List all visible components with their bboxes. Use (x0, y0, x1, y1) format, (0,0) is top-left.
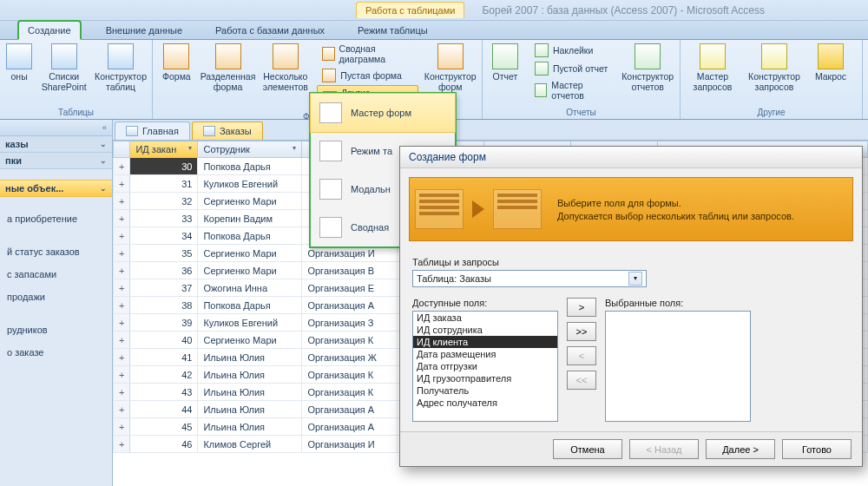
cell-org[interactable]: Организация А (302, 297, 398, 314)
list-item[interactable]: Получатель (413, 384, 557, 397)
cell-org[interactable]: Организация В (302, 262, 398, 279)
finish-button[interactable]: Готово (782, 439, 852, 459)
tab-external-data[interactable]: Внешние данные (97, 22, 191, 39)
column-employee[interactable]: Сотрудник▾ (198, 141, 302, 158)
expand-icon[interactable]: + (114, 193, 130, 210)
expand-icon[interactable]: + (114, 245, 130, 262)
list-item[interactable]: ИД заказа (413, 312, 557, 324)
cell-id[interactable]: 37 (130, 279, 198, 297)
report-design-button[interactable]: Конструктор отчетов (621, 42, 674, 102)
nav-group-orders[interactable]: казы⌄ (0, 136, 112, 153)
remove-all-button[interactable]: << (567, 371, 596, 390)
cell-id[interactable]: 41 (130, 349, 198, 366)
cell-org[interactable]: Организация К (302, 384, 398, 401)
remove-button[interactable]: < (567, 346, 596, 365)
cell-employee[interactable]: Куликов Евгений (198, 314, 302, 332)
available-fields-listbox[interactable]: ИД заказаИД сотрудникаИД клиентаДата раз… (412, 311, 558, 422)
nav-item[interactable]: а приобретение (0, 207, 112, 230)
selected-fields-listbox[interactable] (605, 311, 751, 422)
add-button[interactable]: > (567, 298, 596, 317)
split-form-button[interactable]: Разделенная форма (201, 42, 256, 111)
cell-employee[interactable]: Ильина Юлия (198, 384, 302, 401)
column-id[interactable]: ИД закан▾ (130, 141, 198, 158)
cell-id[interactable]: 44 (130, 401, 198, 418)
dropdown-icon[interactable]: ▾ (188, 144, 192, 152)
cell-id[interactable]: 31 (130, 175, 198, 193)
tab-create[interactable]: Создание (17, 20, 82, 40)
tables-combo[interactable]: Таблица: Заказы ▾ (412, 270, 647, 287)
expand-icon[interactable]: + (114, 366, 130, 384)
nav-group-purchases[interactable]: пки⌄ (0, 153, 112, 169)
cell-employee[interactable]: Ильина Юлия (198, 349, 302, 366)
cell-id[interactable]: 46 (130, 436, 198, 453)
nav-group-objects[interactable]: ные объек...⌄ (0, 180, 112, 197)
cancel-button[interactable]: Отмена (553, 439, 622, 459)
nav-item[interactable]: с запасами (0, 263, 112, 286)
nav-item[interactable]: рудников (0, 319, 112, 341)
cell-employee[interactable]: Сергиенко Мари (198, 245, 302, 262)
report-wizard-item[interactable]: Мастер отчетов (529, 78, 615, 102)
table-design-button[interactable]: Конструктор таблиц (95, 42, 147, 94)
cell-employee[interactable]: Попкова Дарья (198, 227, 302, 245)
cell-employee[interactable]: Сергиенко Мари (198, 332, 302, 349)
macro-button[interactable]: Макрос (809, 42, 852, 94)
expand-icon[interactable]: + (114, 314, 130, 332)
list-item[interactable]: Дата размещения (413, 348, 557, 360)
expand-icon[interactable]: + (114, 227, 130, 245)
cell-employee[interactable]: Сергиенко Мари (198, 193, 302, 210)
cell-id[interactable]: 39 (130, 314, 198, 332)
expand-icon[interactable]: + (114, 158, 130, 175)
back-button[interactable]: < Назад (629, 439, 699, 459)
cell-employee[interactable]: Сергиенко Мари (198, 262, 302, 279)
tab-datasheet[interactable]: Режим таблицы (349, 22, 437, 39)
cell-employee[interactable]: Попкова Дарья (198, 158, 302, 175)
cell-id[interactable]: 30 (130, 158, 198, 175)
doc-tab-orders[interactable]: Заказы (192, 122, 263, 140)
blank-report-item[interactable]: Пустой отчет (529, 60, 615, 77)
report-button[interactable]: Отчет (488, 42, 523, 102)
cell-id[interactable]: 43 (130, 384, 198, 401)
form-wizard-item[interactable]: Мастер форм (310, 93, 456, 133)
cell-employee[interactable]: Климов Сергей (198, 436, 302, 453)
list-item[interactable]: ИД сотрудника (413, 324, 557, 336)
expand-icon[interactable]: + (114, 418, 130, 436)
expand-icon[interactable]: + (114, 210, 130, 227)
expand-icon[interactable]: + (114, 279, 130, 297)
query-wizard-button[interactable]: Мастер запросов (686, 42, 740, 94)
cell-org[interactable]: Организация И (302, 436, 398, 453)
chevron-down-icon[interactable]: ▾ (628, 272, 642, 286)
cell-id[interactable]: 34 (130, 227, 198, 245)
blank-form-item[interactable]: Пустая форма (317, 67, 418, 84)
expand-icon[interactable]: + (114, 262, 130, 279)
expand-icon[interactable]: + (114, 401, 130, 418)
list-item[interactable]: Адрес получателя (413, 397, 557, 409)
cell-org[interactable]: Организация Е (302, 279, 398, 297)
labels-item[interactable]: Наклейки (529, 42, 615, 59)
cell-org[interactable]: Организация А (302, 401, 398, 418)
cell-employee[interactable]: Корепин Вадим (198, 210, 302, 227)
next-button[interactable]: Далее > (706, 439, 775, 459)
ribbon-partial-button[interactable]: оны (5, 42, 33, 94)
multiple-items-button[interactable]: Несколько элементов (260, 42, 310, 111)
cell-id[interactable]: 35 (130, 245, 198, 262)
expand-icon[interactable]: + (114, 332, 130, 349)
cell-id[interactable]: 38 (130, 297, 198, 314)
cell-org[interactable]: Организация К (302, 366, 398, 384)
list-item[interactable]: ИД клиента (413, 336, 557, 348)
cell-employee[interactable]: Попкова Дарья (198, 297, 302, 314)
cell-employee[interactable]: Ильина Юлия (198, 366, 302, 384)
cell-employee[interactable]: Ильина Юлия (198, 401, 302, 418)
nav-item[interactable]: о заказе (0, 341, 112, 364)
cell-org[interactable]: Организация А (302, 418, 398, 436)
cell-id[interactable]: 32 (130, 193, 198, 210)
cell-id[interactable]: 40 (130, 332, 198, 349)
cell-id[interactable]: 42 (130, 366, 198, 384)
cell-org[interactable]: Организация Ж (302, 349, 398, 366)
tab-database-tools[interactable]: Работа с базами данных (207, 22, 333, 39)
add-all-button[interactable]: >> (567, 322, 596, 341)
expand-icon[interactable]: + (114, 436, 130, 453)
form-button[interactable]: Форма (158, 42, 195, 111)
cell-org[interactable]: Организация З (302, 314, 398, 332)
cell-employee[interactable]: Куликов Евгений (198, 175, 302, 193)
expand-icon[interactable]: + (114, 175, 130, 193)
